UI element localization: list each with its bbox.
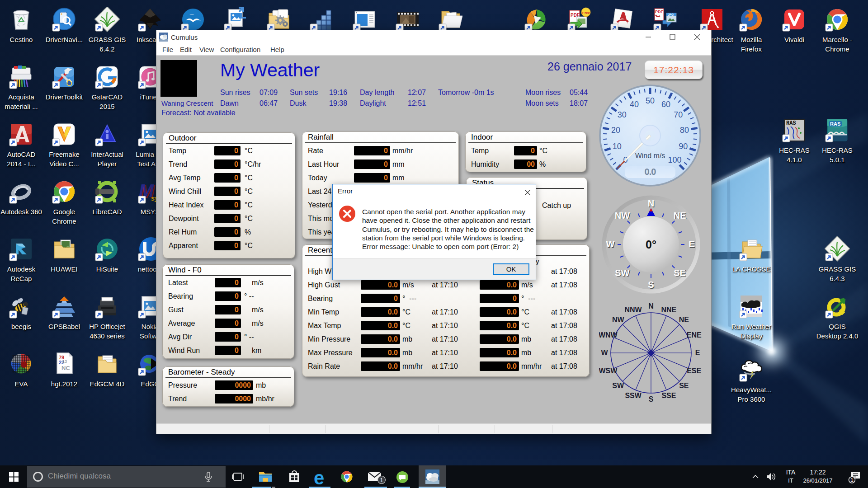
svg-text:SE: SE: [674, 268, 686, 278]
svg-text:SSW: SSW: [625, 392, 642, 399]
svg-text:E: E: [695, 349, 700, 357]
svg-text:WNW: WNW: [599, 331, 618, 339]
svg-text:100: 100: [668, 155, 681, 164]
svg-text:NE: NE: [679, 316, 689, 324]
svg-text:0°: 0°: [646, 238, 656, 251]
svg-text:60: 60: [661, 100, 670, 109]
svg-text:RAS: RAS: [830, 121, 840, 127]
svg-text:10: 10: [613, 142, 622, 151]
svg-text:ESE: ESE: [687, 367, 701, 375]
svg-text:WSW: WSW: [599, 367, 618, 375]
svg-text:1: 1: [380, 477, 383, 483]
svg-text:S: S: [648, 280, 654, 290]
svg-text:NW: NW: [615, 211, 630, 221]
svg-text:SSE: SSE: [661, 392, 676, 399]
svg-text:ENE: ENE: [687, 331, 702, 339]
svg-text:20: 20: [611, 126, 620, 135]
svg-text:S: S: [649, 395, 654, 403]
svg-text:Wind m/s: Wind m/s: [635, 152, 665, 160]
svg-text:NC: NC: [61, 365, 70, 371]
svg-text:NNE: NNE: [661, 306, 677, 314]
svg-text:E: E: [689, 239, 694, 249]
svg-text:70: 70: [674, 110, 683, 119]
svg-text:13: 13: [62, 359, 67, 364]
svg-text:RAS: RAS: [786, 120, 796, 127]
svg-text:1: 1: [850, 477, 853, 483]
svg-text:SE: SE: [679, 382, 689, 389]
svg-text:N: N: [648, 198, 654, 208]
svg-text:SW: SW: [615, 268, 629, 278]
svg-text:W: W: [606, 239, 615, 249]
svg-text:50: 50: [646, 96, 655, 105]
svg-text:NE: NE: [674, 211, 686, 221]
svg-text:80: 80: [680, 126, 689, 135]
svg-text:PDF: PDF: [655, 9, 664, 14]
svg-text:W: W: [601, 349, 608, 357]
svg-text:NNW: NNW: [624, 306, 642, 314]
svg-text:JPG: JPG: [668, 13, 674, 16]
svg-text:40: 40: [630, 100, 639, 109]
svg-text:SW: SW: [612, 382, 624, 389]
svg-text:30: 30: [618, 110, 627, 119]
svg-text:0.0: 0.0: [645, 167, 656, 177]
svg-text:NW: NW: [612, 316, 625, 324]
svg-text:N: N: [648, 302, 654, 310]
svg-text:Free: Free: [582, 11, 590, 15]
svg-text:90: 90: [679, 142, 688, 151]
